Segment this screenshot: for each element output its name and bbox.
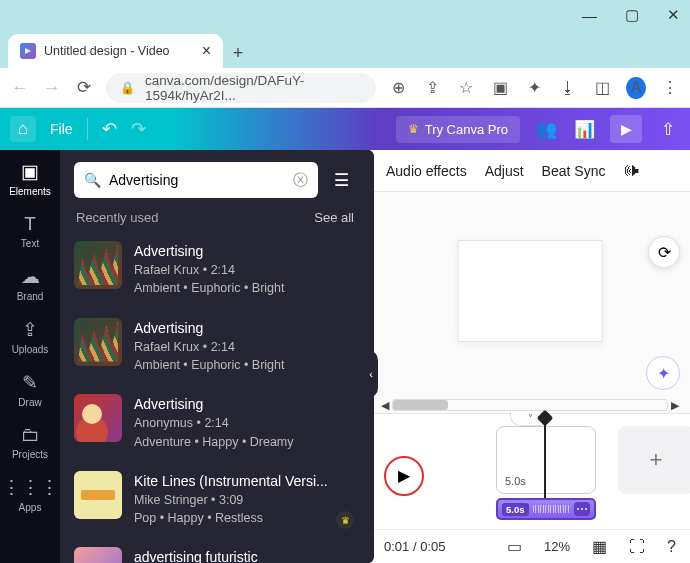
browser-tab[interactable]: Untitled design - Video × (8, 34, 223, 68)
reload-button[interactable]: ⟳ (74, 77, 94, 98)
filter-button[interactable]: ☰ (326, 165, 356, 195)
nav-item-draw[interactable]: ✎Draw (18, 371, 41, 408)
audio-track[interactable]: Advertising Rafael Krux • 2:14 Ambient •… (72, 312, 358, 389)
back-button[interactable]: ← (10, 78, 30, 98)
zoom-level[interactable]: 12% (544, 539, 570, 554)
resync-button[interactable]: ⟳ (648, 236, 680, 268)
nav-item-text[interactable]: TText (21, 213, 39, 249)
browser-menu-icon[interactable]: ⋮ (660, 78, 680, 97)
search-input[interactable] (109, 172, 285, 188)
collaborate-icon[interactable]: 👥 (534, 119, 558, 140)
scroll-track[interactable] (392, 399, 668, 411)
minimize-button[interactable]: — (582, 7, 597, 24)
audio-effects-button[interactable]: Audio effects (386, 163, 467, 179)
audio-track[interactable]: Advertising Rafael Krux • 2:14 Ambient •… (72, 235, 358, 312)
zoom-icon[interactable]: ⊕ (388, 78, 408, 97)
nav-item-uploads[interactable]: ⇪Uploads (12, 318, 49, 355)
present-button[interactable]: ▶ (610, 115, 642, 143)
help-icon[interactable]: ? (667, 538, 676, 556)
track-tags: Adventure • Happy • Dreamy (134, 433, 294, 451)
address-bar[interactable]: 🔒 canva.com/design/DAFuY-1594k/hyAr2I... (106, 73, 376, 103)
try-pro-label: Try Canva Pro (425, 122, 508, 137)
new-tab-button[interactable]: + (223, 38, 253, 68)
collapse-panel-button[interactable]: ‹ (364, 350, 378, 398)
track-thumbnail[interactable] (74, 241, 122, 289)
see-all-link[interactable]: See all (314, 210, 354, 225)
audio-track[interactable]: Kite Lines (Instrumental Versi... Mike S… (72, 465, 358, 542)
track-thumbnail[interactable] (74, 547, 122, 563)
extensions-icon[interactable]: ✦ (524, 78, 544, 97)
track-artist-time: Anonymus • 2:14 (134, 414, 294, 432)
browser-actions: ⊕ ⇪ ☆ ▣ ✦ ⭳ ◫ A ⋮ (388, 77, 680, 99)
profile-avatar[interactable]: A (626, 77, 646, 99)
nav-item-brand[interactable]: ☁Brand (17, 265, 44, 302)
track-tags: Pop • Happy • Restless (134, 509, 328, 527)
grid-view-icon[interactable]: ▦ (592, 537, 607, 556)
track-title: advertising futuristic (134, 547, 258, 563)
adjust-button[interactable]: Adjust (485, 163, 524, 179)
file-menu[interactable]: File (50, 121, 73, 137)
browser-toolbar: ← → ⟳ 🔒 canva.com/design/DAFuY-1594k/hyA… (0, 68, 690, 108)
search-box[interactable]: 🔍 ⓧ (74, 162, 318, 198)
clip-duration: 5.0s (505, 475, 526, 487)
audio-track[interactable]: Advertising Anonymus • 2:14 Adventure • … (72, 388, 358, 465)
home-button[interactable]: ⌂ (10, 116, 36, 142)
stage-scrollbar[interactable]: ◀ ▶ (378, 397, 682, 413)
timeline-tracks[interactable]: 5.0s 5.0s ⋯ + (436, 422, 676, 529)
share-button[interactable]: ⇧ (656, 119, 680, 140)
audio-clip[interactable]: 5.0s ⋯ (496, 498, 596, 520)
audio-track[interactable]: advertising futuristic Kagateni • 2:15 (72, 541, 358, 563)
add-page-button[interactable]: + (618, 426, 690, 494)
sidepanel-icon[interactable]: ◫ (592, 78, 612, 97)
waveform (533, 505, 571, 513)
nav-label: Draw (18, 397, 41, 408)
scroll-right-icon[interactable]: ▶ (668, 399, 682, 412)
downloads-icon[interactable]: ⭳ (558, 79, 578, 97)
audio-panel: 🔍 ⓧ ☰ Recently used See all Advertising … (60, 150, 370, 563)
audio-list[interactable]: Advertising Rafael Krux • 2:14 Ambient •… (60, 235, 370, 563)
canvas-area: ‹ Audio effects Adjust Beat Sync 🕪 ⟳ ✦ ◀… (370, 150, 690, 563)
undo-button[interactable]: ↶ (102, 118, 117, 140)
timeline-play-button[interactable]: ▶ (384, 456, 424, 496)
video-clip[interactable]: 5.0s (496, 426, 596, 494)
track-thumbnail[interactable] (74, 471, 122, 519)
notes-icon[interactable]: ▭ (507, 537, 522, 556)
track-artist-time: Rafael Krux • 2:14 (134, 338, 285, 356)
stage[interactable]: ⟳ ✦ ◀ ▶ (370, 192, 690, 413)
track-artist-time: Mike Stringer • 3:09 (134, 491, 328, 509)
volume-icon[interactable]: 🕪 (623, 161, 640, 181)
playhead[interactable] (544, 418, 546, 502)
analytics-icon[interactable]: 📊 (572, 119, 596, 140)
track-title: Advertising (134, 318, 285, 338)
share-icon[interactable]: ⇪ (422, 78, 442, 97)
audio-more-icon[interactable]: ⋯ (574, 502, 590, 516)
beat-sync-button[interactable]: Beat Sync (542, 163, 606, 179)
scroll-thumb[interactable] (393, 400, 448, 410)
close-tab-button[interactable]: × (202, 42, 211, 60)
timeline-status: 0:01 / 0:05 ▭ 12% ▦ ⛶ ? (370, 529, 690, 563)
magic-button[interactable]: ✦ (646, 356, 680, 390)
clear-search-button[interactable]: ⓧ (293, 171, 308, 190)
page-canvas[interactable] (458, 240, 603, 342)
redo-button[interactable]: ↷ (131, 118, 146, 140)
forward-button[interactable]: → (42, 78, 62, 98)
reader-icon[interactable]: ▣ (490, 78, 510, 97)
elements-icon: ▣ (21, 160, 39, 183)
maximize-button[interactable]: ▢ (625, 6, 639, 24)
nav-item-apps[interactable]: ⋮⋮⋮Apps (2, 476, 59, 513)
try-pro-button[interactable]: ♛ Try Canva Pro (396, 116, 520, 143)
nav-item-elements[interactable]: ▣Elements (9, 160, 51, 197)
text-icon: T (24, 213, 36, 235)
left-nav: ▣ElementsTText☁Brand⇪Uploads✎Draw🗀Projec… (0, 150, 60, 563)
track-thumbnail[interactable] (74, 394, 122, 442)
track-artist-time: Rafael Krux • 2:14 (134, 261, 285, 279)
nav-item-projects[interactable]: 🗀Projects (12, 424, 48, 460)
track-thumbnail[interactable] (74, 318, 122, 366)
close-window-button[interactable]: ✕ (667, 6, 680, 24)
bookmark-icon[interactable]: ☆ (456, 78, 476, 97)
scroll-left-icon[interactable]: ◀ (378, 399, 392, 412)
time-display: 0:01 / 0:05 (384, 539, 445, 554)
track-title: Advertising (134, 394, 294, 414)
fullscreen-icon[interactable]: ⛶ (629, 538, 645, 556)
track-tags: Ambient • Euphoric • Bright (134, 279, 285, 297)
